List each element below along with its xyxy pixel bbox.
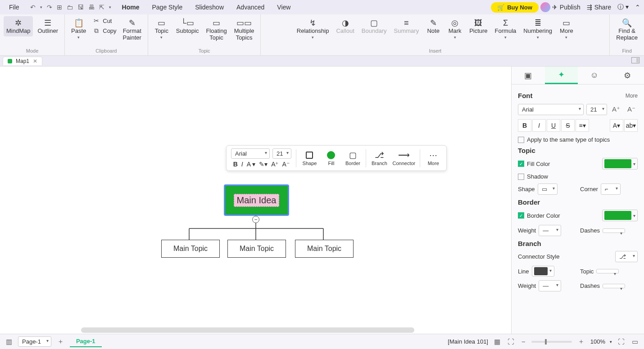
zoom-value[interactable]: 100% bbox=[590, 338, 605, 345]
branch-topic-select[interactable] bbox=[596, 269, 619, 273]
main-idea-node[interactable]: Main Idea bbox=[224, 184, 289, 216]
share-button[interactable]: ⇶Share bbox=[587, 4, 611, 11]
panel-tab-settings[interactable]: ⚙ bbox=[611, 67, 644, 84]
multiple-topics-button[interactable]: ▭▭Multiple Topics bbox=[231, 16, 257, 43]
float-font-color-button[interactable]: A ▾ bbox=[247, 161, 255, 168]
subtopic-button[interactable]: └▭Subtopic bbox=[173, 16, 202, 36]
formula-button[interactable]: ΣFormula▾ bbox=[492, 16, 519, 41]
page-list-icon[interactable]: ▥ bbox=[5, 338, 14, 346]
float-shape-button[interactable]: Shape bbox=[301, 151, 318, 166]
float-connector-button[interactable]: ⟶Connector bbox=[392, 151, 415, 166]
document-tab[interactable]: Map1 ✕ bbox=[3, 57, 42, 65]
summary-button[interactable]: ≡Summary bbox=[391, 16, 422, 36]
page-selector[interactable]: Page-1 bbox=[18, 336, 51, 347]
float-increase-font-button[interactable]: A⁺ bbox=[271, 161, 278, 168]
topic-button[interactable]: ▭Topic▾ bbox=[152, 16, 172, 41]
panel-toggle-icon[interactable] bbox=[631, 57, 639, 63]
zoom-in-icon[interactable]: ＋ bbox=[576, 337, 586, 346]
export-icon[interactable]: ⇱ bbox=[99, 4, 104, 11]
presentation-icon[interactable]: ▦ bbox=[493, 338, 502, 346]
border-dashes-select[interactable] bbox=[603, 228, 625, 233]
panel-tab-style[interactable]: ✦ bbox=[545, 67, 578, 84]
apply-same-row[interactable]: Apply to the same type of topics bbox=[518, 136, 638, 143]
border-color-checkbox[interactable]: ✓ bbox=[518, 212, 524, 219]
undo-icon[interactable]: ↶ bbox=[30, 4, 36, 11]
float-border-button[interactable]: ▢Border bbox=[344, 151, 361, 166]
collapse-ribbon-icon[interactable]: ⌃ bbox=[635, 4, 640, 11]
line-color-select[interactable] bbox=[532, 266, 554, 277]
shadow-checkbox[interactable] bbox=[518, 174, 524, 180]
canvas[interactable]: Arial 21 B I A ▾ ✎▾ A⁺ A⁻ Shape Fill ▢Bo… bbox=[0, 67, 511, 334]
more-insert-button[interactable]: ▭More▾ bbox=[557, 16, 576, 41]
paste-button[interactable]: 📋Paste▾ bbox=[68, 16, 89, 41]
border-color-swatch[interactable] bbox=[602, 210, 638, 221]
horizontal-scrollbar[interactable] bbox=[81, 327, 414, 333]
connector-style-select[interactable]: ⎇ bbox=[615, 251, 638, 262]
float-bold-button[interactable]: B bbox=[233, 161, 238, 168]
highlight-button[interactable]: ab▾ bbox=[624, 119, 638, 132]
float-branch-button[interactable]: ⎇Branch bbox=[371, 151, 388, 166]
buy-now-button[interactable]: 🛒 Buy Now bbox=[491, 2, 539, 13]
shape-select[interactable]: ▭ bbox=[538, 183, 558, 195]
save-icon[interactable]: 🖫 bbox=[77, 4, 84, 11]
cut-button[interactable]: ✂Cut bbox=[91, 16, 118, 25]
fill-color-swatch[interactable] bbox=[602, 158, 638, 170]
outliner-button[interactable]: ☰Outliner bbox=[35, 16, 61, 36]
publish-button[interactable]: ✈Publish bbox=[552, 4, 581, 11]
boundary-button[interactable]: ▢Boundary bbox=[359, 16, 390, 36]
floating-topic-button[interactable]: ▭Floating Topic bbox=[203, 16, 229, 43]
layout-icon[interactable]: ▭ bbox=[630, 338, 639, 346]
main-idea-text[interactable]: Main Idea bbox=[234, 194, 280, 207]
decrease-font-button[interactable]: A⁻ bbox=[625, 103, 638, 116]
picture-button[interactable]: 🖼Picture bbox=[467, 16, 490, 36]
topic-node[interactable]: Main Topic bbox=[227, 240, 286, 258]
view-tab[interactable]: View bbox=[272, 2, 296, 13]
zoom-out-icon[interactable]: − bbox=[520, 338, 527, 345]
callout-button[interactable]: ◑Callout bbox=[333, 16, 357, 36]
fit-icon[interactable]: ⛶ bbox=[506, 338, 516, 345]
find-replace-button[interactable]: 🔍Find & Replace bbox=[613, 16, 640, 43]
panel-tab-outline[interactable]: ▣ bbox=[512, 67, 545, 84]
float-font-select[interactable]: Arial bbox=[231, 148, 270, 159]
add-page-icon[interactable]: ＋ bbox=[56, 337, 65, 346]
branch-dashes-select[interactable] bbox=[603, 284, 625, 288]
border-weight-select[interactable]: — bbox=[539, 225, 561, 236]
font-size-select[interactable]: 21 bbox=[586, 104, 607, 115]
qat-dropdown-icon[interactable]: ▾ bbox=[109, 5, 111, 9]
font-family-select[interactable]: Arial bbox=[518, 104, 584, 115]
float-size-select[interactable]: 21 bbox=[272, 148, 291, 159]
mindmap-button[interactable]: ✲MindMap bbox=[4, 16, 33, 36]
home-tab[interactable]: Home bbox=[117, 2, 145, 13]
apply-same-checkbox[interactable] bbox=[518, 137, 524, 143]
format-painter-button[interactable]: ✎Format Painter bbox=[120, 16, 144, 43]
page-tab[interactable]: Page-1 bbox=[70, 336, 102, 347]
numbering-button[interactable]: ≣Numbering▾ bbox=[521, 16, 555, 41]
fill-color-checkbox[interactable]: ✓ bbox=[518, 161, 524, 167]
strike-button[interactable]: S bbox=[561, 119, 575, 132]
font-color-button[interactable]: A▾ bbox=[610, 119, 623, 132]
bold-button[interactable]: B bbox=[518, 119, 531, 132]
fullscreen-icon[interactable]: ⛶ bbox=[617, 338, 626, 345]
corner-select[interactable]: ⌐ bbox=[601, 183, 621, 195]
float-fill-button[interactable]: Fill bbox=[322, 151, 340, 166]
slideshow-tab[interactable]: Slideshow bbox=[190, 2, 229, 13]
font-more-link[interactable]: More bbox=[626, 93, 638, 99]
print-icon[interactable]: 🖶 bbox=[88, 4, 95, 11]
close-tab-icon[interactable]: ✕ bbox=[33, 58, 37, 64]
redo-icon[interactable]: ↷ bbox=[47, 4, 52, 11]
underline-button[interactable]: U bbox=[547, 119, 560, 132]
zoom-slider[interactable] bbox=[531, 341, 572, 343]
panel-tab-icon[interactable]: ☺ bbox=[578, 67, 611, 84]
topic-node[interactable]: Main Topic bbox=[295, 240, 354, 258]
collapse-node-icon[interactable]: − bbox=[252, 216, 259, 223]
float-italic-button[interactable]: I bbox=[241, 161, 243, 168]
branch-weight-select[interactable]: — bbox=[539, 280, 561, 291]
file-menu[interactable]: File bbox=[4, 2, 25, 13]
increase-font-button[interactable]: A⁺ bbox=[610, 103, 622, 116]
page-style-tab[interactable]: Page Style bbox=[146, 2, 188, 13]
avatar[interactable] bbox=[540, 2, 550, 12]
new-icon[interactable]: ⊞ bbox=[57, 4, 62, 11]
float-more-button[interactable]: ⋯More bbox=[425, 151, 442, 166]
mark-button[interactable]: ◎Mark▾ bbox=[445, 16, 465, 41]
italic-button[interactable]: I bbox=[532, 119, 546, 132]
